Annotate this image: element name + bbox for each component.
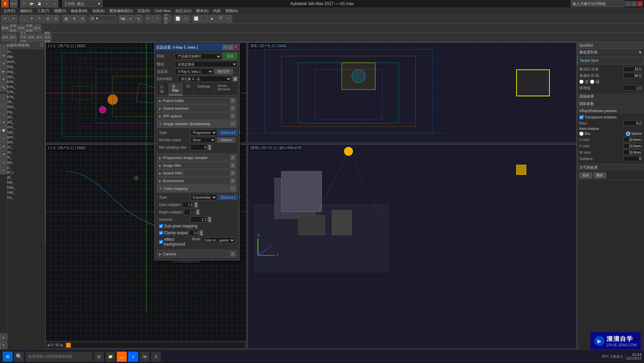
menu-file[interactable]: MAX	[10, 0, 17, 7]
dark-spinner-down[interactable]: ▼	[195, 205, 198, 207]
menu-edit[interactable]: 编辑(E)	[18, 8, 35, 14]
menu-graph-editor[interactable]: 图形编辑器(D)	[107, 8, 135, 14]
tab-gi[interactable]: GI	[183, 83, 194, 95]
lock-icon[interactable]: 🔒	[233, 76, 237, 81]
clamp-input[interactable]	[189, 230, 199, 236]
spinner-down[interactable]: ▼	[208, 147, 211, 150]
dialog-min-btn[interactable]: ─	[223, 45, 227, 50]
search-box[interactable]: 输入关键字访问帮助	[571, 0, 625, 7]
target-dropdown[interactable]: 产品级渲染模式	[175, 53, 221, 59]
motion-tool[interactable]: ▶	[0, 68, 7, 75]
save-file-btn[interactable]: 保存文件	[215, 69, 233, 74]
sub-pixel-checkbox[interactable]	[159, 224, 163, 228]
ref-coord-tool[interactable]: ⊟	[52, 15, 59, 22]
is-toggle[interactable]: -	[230, 121, 235, 126]
falloff-input[interactable]	[624, 73, 642, 78]
undo-btn[interactable]: ↩	[43, 0, 51, 7]
view-dropdown[interactable]: 四元素 4 - 右	[178, 76, 231, 82]
search-btn[interactable]: 🔍	[14, 352, 24, 362]
section-global-switches[interactable]: ▶ Global switches +	[157, 105, 237, 112]
mirror-btn[interactable]: ⊢	[145, 15, 153, 22]
menu-content[interactable]: 内容	[211, 8, 223, 14]
align-btn[interactable]: ⊣	[153, 15, 161, 22]
tab-common[interactable]: 公用	[157, 83, 169, 95]
shadow-header[interactable]: 阴影参数	[577, 100, 644, 107]
box-radio-label[interactable]: Box	[579, 132, 590, 136]
section-color-mapping-header[interactable]: ▼ Color mapping -	[157, 185, 237, 192]
display-tool[interactable]: 👁	[0, 76, 7, 83]
render-setup-btn[interactable]: ⬛	[201, 15, 208, 22]
material-editor-btn[interactable]: ⬜	[193, 15, 200, 22]
gamma-input[interactable]	[191, 216, 207, 222]
save-btn[interactable]: 💾	[36, 0, 43, 7]
viewport-bottom-right[interactable]: [透视] | [用户定义] | [默认明影处理] X Y Z	[248, 144, 577, 349]
tool-c[interactable]: △	[0, 110, 7, 118]
tool-a[interactable]: ○	[0, 94, 7, 102]
window-max-btn[interactable]: □	[631, 1, 637, 6]
dialog-titlebar[interactable]: 渲染设置: V-Ray 5, beta 1 ─ □ ✕	[155, 44, 239, 51]
renderer-dropdown[interactable]: V-Ray 5, beta 1	[175, 68, 213, 74]
v-size-input[interactable]	[624, 143, 642, 149]
section-camera[interactable]: ▶ Camera +	[157, 250, 237, 258]
mult-input[interactable]	[624, 85, 642, 91]
transparent-check[interactable]: Transparent shadows	[579, 115, 617, 119]
select-filter[interactable]: ▦	[62, 15, 70, 22]
rotate-tool[interactable]: ↻	[36, 15, 43, 22]
viewport-top-right[interactable]: 透视 | [用户定义] | [线框]	[248, 42, 577, 143]
angle-snap-btn[interactable]: ◎	[127, 15, 134, 22]
tool-b[interactable]: □	[0, 102, 7, 110]
scale-tool[interactable]: ⊞	[44, 15, 51, 22]
display-btn[interactable]: 显示	[9, 34, 17, 41]
select-by-name-btn[interactable]: 创建选择集	[164, 15, 171, 22]
menu-tools[interactable]: 工具(T)	[35, 8, 51, 14]
snap-btn[interactable]: 3▣	[119, 15, 126, 22]
timeline-track[interactable]	[66, 343, 244, 348]
transparent-checkbox[interactable]	[579, 115, 584, 119]
cam-toggle[interactable]: +	[230, 252, 235, 256]
3dsmax-taskbar[interactable]: 3	[151, 352, 161, 362]
render-frame-btn[interactable]: 🎬	[217, 15, 224, 22]
select-tool[interactable]: ⬚	[20, 15, 27, 22]
image-sampler-adv-btn[interactable]: Advanced	[218, 130, 237, 135]
gamma-down[interactable]: ▼	[208, 219, 211, 222]
menu-help[interactable]: 帮助(H)	[223, 8, 240, 14]
build-tab[interactable]: 建模	[1, 24, 9, 32]
preset-dropdown[interactable]: 未指定预设	[175, 61, 237, 67]
render-button[interactable]: 渲染	[223, 53, 237, 60]
tool-bottom-1[interactable]: ▲	[0, 333, 7, 341]
workspace-dropdown[interactable]: 工作区: 默认 ▼	[62, 0, 103, 7]
group-btn[interactable]: ⊟	[78, 15, 86, 22]
cm-type-dropdown[interactable]: Exponential	[191, 194, 217, 200]
far-radio[interactable]	[590, 80, 594, 84]
object-name-field[interactable]: Spot002	[577, 42, 644, 49]
dark-spinner-up[interactable]: ▲	[195, 202, 198, 205]
spinner-up[interactable]: ▲	[208, 145, 211, 147]
open-btn[interactable]: 📂	[28, 0, 35, 7]
section-ipr[interactable]: ▶ IPR options +	[157, 112, 237, 120]
highlight-header[interactable]: 高级效果	[577, 93, 644, 100]
tab-settings[interactable]: Settings	[194, 83, 214, 95]
file-explorer-btn[interactable]: 📁	[105, 352, 115, 362]
tool-d[interactable]: ★	[0, 118, 7, 126]
delete-atmosphere-btn[interactable]: 删除	[593, 172, 606, 178]
search-box-taskbar[interactable]: 在这里输入你想搜索的内容	[25, 352, 93, 362]
clamp-out-check[interactable]: Clamp output ▲ ▼	[159, 230, 203, 236]
w-size-input[interactable]	[624, 150, 642, 155]
type-dropdown[interactable]: Progressive	[191, 129, 217, 136]
layer-btn[interactable]: ⊞	[70, 15, 78, 22]
select-all[interactable]: 选择	[1, 34, 9, 41]
affect-bg-check[interactable]: Affect background	[159, 237, 188, 247]
menu-scripting[interactable]: 脚本(S)	[194, 8, 211, 14]
schematic-btn[interactable]: ⬡	[182, 15, 190, 22]
help-btn[interactable]: ?	[225, 15, 232, 22]
window-close-btn[interactable]: ✕	[637, 1, 643, 6]
subobj-1[interactable]: 定义空间区域	[20, 34, 27, 41]
modifier-list-dropdown[interactable]: 修改器列表 ▼	[577, 49, 644, 56]
affect-bg-checkbox[interactable]	[159, 240, 163, 244]
clamp-down[interactable]: ▼	[200, 233, 203, 236]
intensity-input[interactable]	[624, 66, 642, 72]
menu-civil-view[interactable]: Civil View	[153, 8, 172, 13]
u-size-input[interactable]	[624, 137, 642, 142]
timeline-prev[interactable]: ◀	[47, 343, 50, 347]
prog-toggle[interactable]: +	[230, 155, 235, 160]
